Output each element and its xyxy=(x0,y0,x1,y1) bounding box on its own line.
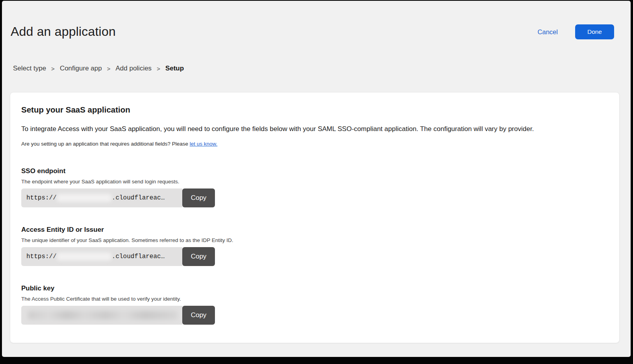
public-key-value xyxy=(21,306,182,325)
public-key-label: Public key xyxy=(21,285,600,292)
breadcrumb-step-setup: Setup xyxy=(165,65,184,72)
access-entity-id-copy-button[interactable]: Copy xyxy=(182,247,215,266)
access-entity-id-value: https:// .cloudflareac… xyxy=(21,247,182,266)
card-note-text: Are you setting up an application that r… xyxy=(21,141,190,147)
sso-endpoint-field-row: https:// .cloudflareac… Copy xyxy=(21,188,215,207)
card-heading: Setup your SaaS application xyxy=(21,104,600,115)
access-entity-id-description: The unique identifier of your SaaS appli… xyxy=(21,237,600,243)
redacted-blur xyxy=(57,253,111,261)
sso-endpoint-copy-button[interactable]: Copy xyxy=(182,188,215,207)
sso-endpoint-label: SSO endpoint xyxy=(21,167,600,175)
sso-endpoint-description: The endpoint where your SaaS application… xyxy=(21,179,600,185)
public-key-section: Public key The Access Public Certificate… xyxy=(21,285,600,325)
access-entity-id-label: Access Entity ID or Issuer xyxy=(21,226,600,234)
app-window: Add an application Cancel Done Select ty… xyxy=(2,1,631,357)
redacted-blur xyxy=(57,194,111,202)
page-header: Add an application Cancel Done xyxy=(2,1,631,40)
breadcrumb-step-configure-app[interactable]: Configure app xyxy=(60,65,102,72)
breadcrumb-separator: > xyxy=(107,65,111,72)
access-entity-id-field-row: https:// .cloudflareac… Copy xyxy=(21,247,215,266)
public-key-field-row: Copy xyxy=(21,306,215,325)
cancel-button[interactable]: Cancel xyxy=(538,28,558,36)
redacted-blur xyxy=(28,311,178,320)
breadcrumb: Select type > Configure app > Add polici… xyxy=(13,65,631,72)
setup-card: Setup your SaaS application To integrate… xyxy=(10,92,620,343)
sso-endpoint-value: https:// .cloudflareac… xyxy=(21,188,182,207)
public-key-copy-button[interactable]: Copy xyxy=(182,306,215,325)
let-us-know-link[interactable]: let us know. xyxy=(190,141,218,147)
breadcrumb-separator: > xyxy=(51,65,55,72)
sso-endpoint-value-prefix: https:// xyxy=(26,194,57,201)
sso-endpoint-section: SSO endpoint The endpoint where your Saa… xyxy=(21,167,600,207)
sso-endpoint-value-suffix: .cloudflareac… xyxy=(112,194,165,201)
page-title: Add an application xyxy=(11,23,116,40)
access-entity-id-value-suffix: .cloudflareac… xyxy=(112,253,165,260)
breadcrumb-step-select-type[interactable]: Select type xyxy=(13,65,46,72)
access-entity-id-value-prefix: https:// xyxy=(26,253,57,260)
access-entity-id-section: Access Entity ID or Issuer The unique id… xyxy=(21,226,600,266)
card-note: Are you setting up an application that r… xyxy=(21,140,600,148)
breadcrumb-separator: > xyxy=(157,65,160,72)
public-key-description: The Access Public Certificate that will … xyxy=(21,296,600,302)
breadcrumb-step-add-policies[interactable]: Add policies xyxy=(115,65,152,72)
header-actions: Cancel Done xyxy=(538,24,614,39)
card-intro-text: To integrate Access with your SaaS appli… xyxy=(21,124,600,134)
done-button[interactable]: Done xyxy=(575,24,614,39)
